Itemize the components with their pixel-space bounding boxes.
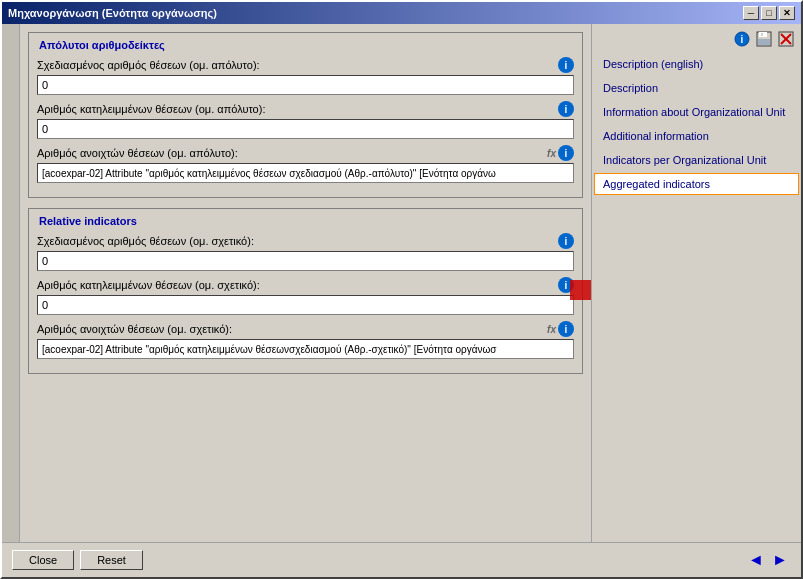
rel-designed-label-row: Σχεδιασμένος αριθμός θέσεων (ομ. σχετικό…: [37, 233, 574, 249]
rel-open-info-icon[interactable]: i: [558, 321, 574, 337]
rel-open-fx-icon[interactable]: fx: [547, 324, 556, 335]
rel-open-input[interactable]: [37, 339, 574, 359]
rel-designed-info-icon[interactable]: i: [558, 233, 574, 249]
close-sidebar-icon[interactable]: [777, 30, 795, 48]
sidebar-item-indicators-per-org-unit[interactable]: Indicators per Organizational Unit: [594, 149, 799, 171]
rel-occupied-info-icon[interactable]: i: [558, 277, 574, 293]
abs-occupied-icons: i: [558, 101, 574, 117]
svg-rect-6: [761, 33, 763, 36]
abs-designed-input[interactable]: [37, 75, 574, 95]
abs-open-label: Αριθμός ανοιχτών θέσεων (ομ. απόλυτο):: [37, 147, 547, 159]
reset-button[interactable]: Reset: [80, 550, 143, 570]
abs-open-icons: fx i: [547, 145, 574, 161]
sidebar-icon-row: i: [592, 28, 801, 52]
abs-designed-field: Σχεδιασμένος αριθμός θέσεων (ομ. απόλυτο…: [37, 57, 574, 95]
abs-open-label-row: Αριθμός ανοιχτών θέσεων (ομ. απόλυτο): f…: [37, 145, 574, 161]
abs-designed-icons: i: [558, 57, 574, 73]
relative-indicators-section: Relative indicators Σχεδιασμένος αριθμός…: [28, 208, 583, 374]
window-controls: ─ □ ✕: [743, 6, 795, 20]
absolute-indicators-section: Απόλυτοι αριθμοδείκτες Σχεδιασμένος αριθ…: [28, 32, 583, 198]
info-sidebar-icon[interactable]: i: [733, 30, 751, 48]
abs-designed-label: Σχεδιασμένος αριθμός θέσεων (ομ. απόλυτο…: [37, 59, 558, 71]
main-panel: Απόλυτοι αριθμοδείκτες Σχεδιασμένος αριθ…: [20, 24, 591, 542]
minimize-button[interactable]: ─: [743, 6, 759, 20]
rel-occupied-label: Αριθμός κατηλειμμένων θέσεων (ομ. σχετικ…: [37, 279, 558, 291]
rel-occupied-field: Αριθμός κατηλειμμένων θέσεων (ομ. σχετικ…: [37, 277, 574, 315]
abs-open-field: Αριθμός ανοιχτών θέσεων (ομ. απόλυτο): f…: [37, 145, 574, 183]
abs-open-fx-icon[interactable]: fx: [547, 148, 556, 159]
close-button[interactable]: ✕: [779, 6, 795, 20]
main-window: Μηχανοργάνωση (Ενότητα οργάνωσης) ─ □ ✕ …: [0, 0, 803, 579]
rel-open-icons: fx i: [547, 321, 574, 337]
rel-open-field: Αριθμός ανοιχτών θέσεων (ομ. σχετικό): f…: [37, 321, 574, 359]
left-edge-decoration: [2, 24, 20, 542]
svg-rect-5: [758, 39, 770, 45]
abs-occupied-label-row: Αριθμός κατηλειμμένων θέσεων (ομ. απόλυτ…: [37, 101, 574, 117]
action-buttons: Close Reset: [12, 550, 143, 570]
sidebar-item-description[interactable]: Description: [594, 77, 799, 99]
rel-open-label: Αριθμός ανοιχτών θέσεων (ομ. σχετικό):: [37, 323, 547, 335]
rel-occupied-icons: i: [558, 277, 574, 293]
rel-occupied-input[interactable]: [37, 295, 574, 315]
right-sidebar: i: [591, 24, 801, 542]
rel-designed-label: Σχεδιασμένος αριθμός θέσεων (ομ. σχετικό…: [37, 235, 558, 247]
rel-designed-input[interactable]: [37, 251, 574, 271]
window-content: Απόλυτοι αριθμοδείκτες Σχεδιασμένος αριθ…: [2, 24, 801, 542]
sidebar-item-additional-info[interactable]: Additional information: [594, 125, 799, 147]
abs-occupied-info-icon[interactable]: i: [558, 101, 574, 117]
svg-text:i: i: [741, 34, 744, 45]
sidebar-item-aggregated-indicators[interactable]: Aggregated indicators: [594, 173, 799, 195]
close-button[interactable]: Close: [12, 550, 74, 570]
sidebar-item-info-org-unit[interactable]: Information about Organizational Unit: [594, 101, 799, 123]
window-title: Μηχανοργάνωση (Ενότητα οργάνωσης): [8, 7, 217, 19]
abs-designed-label-row: Σχεδιασμένος αριθμός θέσεων (ομ. απόλυτο…: [37, 57, 574, 73]
sidebar-item-description-english[interactable]: Description (english): [594, 53, 799, 75]
abs-open-info-icon[interactable]: i: [558, 145, 574, 161]
abs-occupied-label: Αριθμός κατηλειμμένων θέσεων (ομ. απόλυτ…: [37, 103, 558, 115]
next-button[interactable]: ►: [769, 549, 791, 571]
rel-designed-icons: i: [558, 233, 574, 249]
abs-designed-info-icon[interactable]: i: [558, 57, 574, 73]
abs-occupied-field: Αριθμός κατηλειμμένων θέσεων (ομ. απόλυτ…: [37, 101, 574, 139]
prev-button[interactable]: ◄: [745, 549, 767, 571]
rel-open-label-row: Αριθμός ανοιχτών θέσεων (ομ. σχετικό): f…: [37, 321, 574, 337]
rel-designed-field: Σχεδιασμένος αριθμός θέσεων (ομ. σχετικό…: [37, 233, 574, 271]
bottom-bar: Close Reset ◄ ►: [2, 542, 801, 577]
abs-open-input[interactable]: [37, 163, 574, 183]
title-bar: Μηχανοργάνωση (Ενότητα οργάνωσης) ─ □ ✕: [2, 2, 801, 24]
save-sidebar-icon[interactable]: [755, 30, 773, 48]
absolute-section-title: Απόλυτοι αριθμοδείκτες: [37, 39, 574, 51]
relative-section-title: Relative indicators: [37, 215, 574, 227]
maximize-button[interactable]: □: [761, 6, 777, 20]
rel-occupied-label-row: Αριθμός κατηλειμμένων θέσεων (ομ. σχετικ…: [37, 277, 574, 293]
nav-buttons: ◄ ►: [745, 549, 791, 571]
abs-occupied-input[interactable]: [37, 119, 574, 139]
